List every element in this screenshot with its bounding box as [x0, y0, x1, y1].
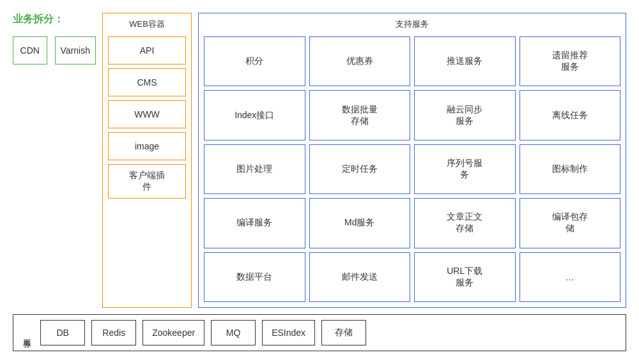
bottom-boxes: DB Redis Zookeeper MQ ESIndex 存储: [40, 320, 618, 345]
cdn-varnish-row: CDN Varnish: [13, 36, 96, 64]
support-grid: 积分 优惠券 推送服务 遗留推荐服务 Index接口 数据批量存储 融云同步服务…: [204, 36, 620, 302]
service-coupon: 优惠券: [309, 36, 411, 86]
service-offline-task: 离线任务: [520, 90, 621, 140]
main-layout: 业务拆分： CDN Varnish WEB容器 API CMS WWW imag…: [13, 13, 626, 351]
bottom-db: DB: [40, 320, 85, 345]
service-md: Md服务: [309, 198, 411, 248]
service-push: 推送服务: [414, 36, 516, 86]
cdn-box: CDN: [13, 36, 47, 64]
web-container-title: WEB容器: [108, 19, 186, 30]
service-icon-make: 图标制作: [520, 144, 621, 194]
left-area: 业务拆分： CDN Varnish: [13, 13, 96, 308]
service-jif: 积分: [204, 36, 305, 86]
service-mail: 邮件发送: [309, 252, 411, 302]
support-section: 支持服务 积分 优惠券 推送服务 遗留推荐服务 Index接口 数据批量存储 融…: [198, 13, 626, 308]
service-compile: 编译服务: [204, 198, 305, 248]
service-data-platform: 数据平台: [204, 252, 305, 302]
service-cloud-sync: 融云同步服务: [414, 90, 516, 140]
service-batch-store: 数据批量存储: [309, 90, 411, 140]
web-item-client-plugin: 客户端插件: [108, 164, 186, 199]
top-section: 业务拆分： CDN Varnish WEB容器 API CMS WWW imag…: [13, 13, 626, 308]
web-item-image: image: [108, 132, 186, 160]
bottom-mq: MQ: [211, 320, 256, 345]
service-compile-store: 编译包存储: [520, 198, 621, 248]
bottom-storage: 存储: [321, 320, 366, 345]
bottom-redis: Redis: [91, 320, 136, 345]
web-item-www: WWW: [108, 100, 186, 128]
web-item-api: API: [108, 36, 186, 64]
bottom-esindex: ESIndex: [262, 320, 315, 345]
service-serial-num: 序列号服务: [414, 144, 516, 194]
service-article-store: 文章正文存储: [414, 198, 516, 248]
service-legacy-rec: 遗留推荐服务: [520, 36, 621, 86]
service-more: …: [520, 252, 621, 302]
service-index: Index接口: [204, 90, 305, 140]
web-item-cms: CMS: [108, 68, 186, 96]
support-services-title: 支持服务: [204, 19, 620, 30]
service-img-process: 图片处理: [204, 144, 305, 194]
web-container-section: WEB容器 API CMS WWW image 客户端插件: [102, 13, 192, 308]
bottom-zookeeper: Zookeeper: [142, 320, 204, 345]
business-label: 业务拆分：: [13, 13, 96, 26]
varnish-box: Varnish: [55, 36, 96, 64]
bottom-section: 服务 DB Redis Zookeeper MQ ESIndex 存储: [13, 314, 626, 351]
service-url-download: URL下载服务: [414, 252, 516, 302]
service-timer: 定时任务: [309, 144, 411, 194]
